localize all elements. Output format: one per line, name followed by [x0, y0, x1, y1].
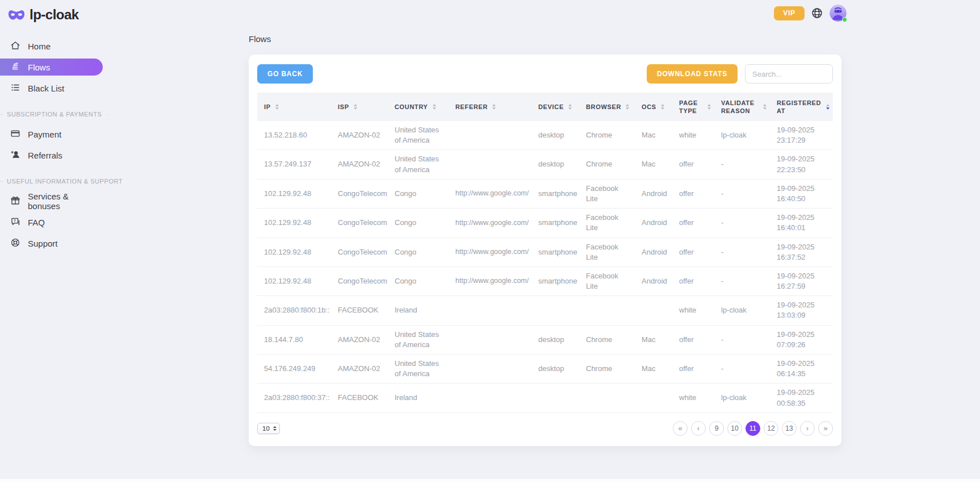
- page-number-11[interactable]: 11: [746, 421, 760, 436]
- cell-browser: Facebook Lite: [579, 267, 635, 295]
- cell-registered-at: 19-09-2025 00:58:35: [770, 384, 833, 413]
- page-number-12[interactable]: 12: [764, 421, 778, 436]
- page-number-10[interactable]: 10: [727, 421, 742, 436]
- cell-registered-at: 19-09-2025 22:23:50: [770, 150, 833, 179]
- globe-icon[interactable]: [811, 7, 823, 19]
- cell-page-type: offer: [672, 355, 714, 384]
- brand-name: lp-cloak: [30, 7, 79, 23]
- cell-ip: 18.144.7.80: [257, 325, 331, 354]
- sort-icon[interactable]: [707, 104, 711, 110]
- sort-icon[interactable]: [433, 104, 436, 110]
- sidebar-section-title: USEFUL INFORMATION & SUPPORT: [0, 178, 108, 185]
- sort-icon[interactable]: [492, 104, 496, 110]
- sidebar-item-black-list[interactable]: Black List: [0, 80, 103, 97]
- table-row: 102.129.92.48CongoTelecomCongohttp://www…: [257, 267, 833, 295]
- faq-bubble-icon: ?: [10, 216, 20, 228]
- cell-referer: [449, 384, 531, 413]
- page-prev-button[interactable]: ‹: [691, 421, 706, 436]
- column-header-browser[interactable]: BROWSER: [579, 93, 635, 121]
- sidebar-item-faq[interactable]: ? FAQ: [0, 214, 103, 231]
- sidebar-item-referrals[interactable]: Referrals: [0, 147, 103, 164]
- cell-device: [531, 296, 579, 325]
- cell-ip: 13.52.218.60: [257, 121, 331, 150]
- page-last-button[interactable]: »: [818, 421, 833, 436]
- credit-card-icon: [10, 128, 20, 140]
- go-back-button[interactable]: GO BACK: [257, 64, 313, 84]
- sort-icon[interactable]: [354, 104, 357, 110]
- sort-icon[interactable]: [275, 104, 279, 110]
- cell-registered-at: 19-09-2025 13:03:09: [770, 296, 833, 325]
- cell-ip: 102.129.92.48: [257, 238, 331, 267]
- cell-browser: Chrome: [579, 325, 635, 354]
- sort-icon[interactable]: [661, 104, 664, 110]
- person-add-icon: [10, 149, 20, 161]
- cell-ip: 54.176.249.249: [257, 355, 331, 384]
- page-next-button[interactable]: ›: [800, 421, 815, 436]
- column-header-ocs[interactable]: OCS: [635, 93, 672, 121]
- flows-icon: [10, 61, 20, 73]
- cell-page-type: offer: [672, 209, 714, 238]
- column-header-isp[interactable]: ISP: [331, 93, 388, 121]
- column-label: OCS: [642, 103, 656, 111]
- sidebar-item-label: FAQ: [28, 218, 45, 227]
- cell-referer: [449, 325, 531, 354]
- vip-button[interactable]: VIP: [774, 6, 805, 20]
- cell-validate-reason: -: [714, 150, 770, 179]
- page-number-13[interactable]: 13: [782, 421, 797, 436]
- table-row: 54.176.249.249AMAZON-02United States of …: [257, 355, 833, 384]
- cell-browser: Chrome: [579, 121, 635, 150]
- cell-device: smartphone: [531, 209, 579, 238]
- home-icon: [10, 40, 20, 52]
- cell-browser: [579, 296, 635, 325]
- download-stats-button[interactable]: DOWNLOAD STATS: [647, 64, 738, 84]
- column-header-referer[interactable]: REFERER: [449, 93, 531, 121]
- cell-browser: Chrome: [579, 355, 635, 384]
- column-header-page-type[interactable]: PAGE TYPE: [672, 93, 714, 121]
- cell-ocs: Android: [635, 209, 672, 238]
- cell-ocs: Android: [635, 179, 672, 208]
- avatar[interactable]: [830, 5, 847, 22]
- column-header-validate-reason[interactable]: VALIDATE REASON: [714, 93, 770, 121]
- cell-isp: CongoTelecom: [331, 209, 388, 238]
- sidebar-nav: Home Flows Black List SUBSCRIPTION & PAY…: [0, 38, 170, 252]
- brand-logo[interactable]: lp-cloak: [0, 5, 170, 23]
- column-header-country[interactable]: COUNTRY: [388, 93, 449, 121]
- sort-icon[interactable]: [626, 104, 629, 110]
- column-header-registered-at[interactable]: REGISTERED AT: [770, 93, 833, 121]
- page-number-9[interactable]: 9: [709, 421, 724, 436]
- sidebar-item-payment[interactable]: Payment: [0, 126, 103, 143]
- cell-isp: AMAZON-02: [331, 150, 388, 179]
- sidebar-item-services-bonuses[interactable]: Services & bonuses: [0, 193, 103, 210]
- cell-page-type: offer: [672, 325, 714, 354]
- sidebar-item-support[interactable]: Support: [0, 235, 103, 252]
- stepper-icon: [273, 426, 277, 431]
- per-page-select[interactable]: 10: [257, 423, 280, 434]
- mask-logo-icon: [8, 9, 25, 22]
- cell-isp: CongoTelecom: [331, 179, 388, 208]
- topbar-actions: VIP: [774, 5, 847, 22]
- cell-referer: [449, 296, 531, 325]
- sort-icon[interactable]: [568, 104, 572, 110]
- sidebar-item-flows[interactable]: Flows: [0, 59, 103, 76]
- search-input[interactable]: [745, 64, 833, 84]
- cell-ocs: Android: [635, 267, 672, 295]
- cell-ocs: [635, 296, 672, 325]
- sidebar-item-home[interactable]: Home: [0, 38, 103, 55]
- sort-icon[interactable]: [826, 104, 830, 110]
- cell-referer: [449, 121, 531, 150]
- sort-icon[interactable]: [763, 104, 767, 110]
- sidebar-section-title: SUBSCRIPTION & PAYMENTS: [0, 111, 108, 118]
- cell-device: smartphone: [531, 267, 579, 295]
- column-header-ip[interactable]: IP: [257, 93, 331, 121]
- page-title: Flows: [249, 34, 271, 44]
- cell-page-type: white: [672, 384, 714, 413]
- cell-referer: [449, 150, 531, 179]
- sidebar-item-label: Support: [28, 239, 58, 248]
- page-first-button[interactable]: «: [673, 421, 688, 436]
- column-header-device[interactable]: DEVICE: [531, 93, 579, 121]
- cell-country: Ireland: [388, 296, 449, 325]
- column-label: COUNTRY: [395, 103, 428, 111]
- cell-page-type: offer: [672, 238, 714, 267]
- horizontal-scrollbar-track[interactable]: [0, 479, 980, 483]
- cell-ocs: [635, 384, 672, 413]
